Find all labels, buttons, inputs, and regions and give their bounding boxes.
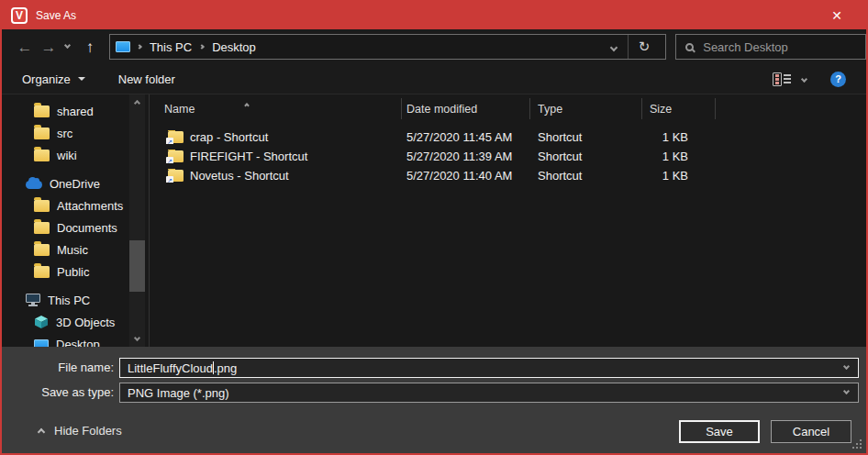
scroll-down-button[interactable]: [129, 331, 145, 345]
sidebar-item-src[interactable]: src: [2, 122, 149, 144]
details-view-icon: [773, 72, 782, 86]
sidebar-item-documents[interactable]: Documents: [2, 216, 149, 239]
arrow-left-icon: ←: [17, 39, 32, 56]
address-dropdown-button[interactable]: [600, 39, 628, 53]
sidebar-item-3d-objects[interactable]: 3D Objects: [2, 311, 149, 333]
file-name: Novetus - Shortcut: [190, 169, 289, 183]
sidebar-item-label: Documents: [57, 221, 117, 235]
sidebar-item-desktop[interactable]: Desktop: [2, 333, 149, 347]
search-icon: [685, 43, 694, 51]
help-icon: ?: [835, 73, 841, 84]
folder-icon: [34, 222, 50, 234]
save-button[interactable]: Save: [679, 420, 760, 443]
file-name-extension: .png: [214, 361, 237, 375]
sidebar-scrollbar[interactable]: [129, 94, 145, 347]
dialog-body: shared src wiki OneDrive Attachments D: [2, 94, 866, 347]
file-type: Shortcut: [530, 169, 642, 183]
navigation-bar: ← → ↑ This PC Desktop ↻: [2, 29, 866, 64]
folder-icon: [34, 105, 50, 117]
forward-button[interactable]: →: [37, 39, 61, 55]
sidebar-item-label: OneDrive: [50, 177, 100, 191]
chevron-down-icon: [843, 388, 850, 394]
shortcut-arrow-icon: [166, 176, 173, 183]
shortcut-arrow-icon: [166, 138, 173, 144]
chevron-down-icon: [134, 335, 140, 341]
sidebar-item-label: Public: [57, 265, 89, 279]
chevron-up-icon: [134, 100, 140, 106]
folder-shortcut-icon: [168, 150, 184, 162]
file-type: Shortcut: [530, 150, 642, 163]
up-button[interactable]: ↑: [77, 39, 103, 55]
sidebar-item-label: Music: [57, 243, 88, 257]
address-bar[interactable]: This PC Desktop ↻: [109, 34, 666, 60]
table-row[interactable]: crap - Shortcut 5/27/2020 11:45 AM Short…: [150, 128, 866, 147]
chevron-down-icon: [609, 43, 617, 50]
table-row[interactable]: FIREFIGHT - Shortcut 5/27/2020 11:39 AM …: [150, 147, 866, 166]
scrollbar-thumb[interactable]: [129, 240, 145, 292]
computer-icon: [26, 294, 40, 303]
shortcut-arrow-icon: [166, 157, 173, 163]
file-rows: crap - Shortcut 5/27/2020 11:45 AM Short…: [150, 124, 866, 185]
sidebar-item-wiki[interactable]: wiki: [2, 144, 149, 166]
window-title: Save As: [36, 9, 76, 22]
breadcrumb-desktop[interactable]: Desktop: [212, 40, 256, 54]
sidebar-item-label: Desktop: [56, 338, 100, 348]
column-header-size[interactable]: Size: [642, 94, 716, 124]
organize-button[interactable]: Organize: [22, 72, 85, 86]
file-list: Name Date modified Type Size crap - Shor…: [149, 94, 866, 347]
vivaldi-logo-icon: V: [11, 7, 28, 24]
sidebar-item-public[interactable]: Public: [2, 261, 149, 283]
breadcrumb-this-pc[interactable]: This PC: [150, 40, 192, 54]
chevron-right-icon: [137, 44, 142, 50]
table-row[interactable]: Novetus - Shortcut 5/27/2020 11:40 AM Sh…: [150, 166, 866, 185]
sidebar-item-music[interactable]: Music: [2, 239, 149, 261]
file-date-modified: 5/27/2020 11:39 AM: [402, 150, 530, 163]
chevron-down-icon: [801, 75, 807, 82]
save-as-type-select[interactable]: PNG Image (*.png): [119, 383, 859, 403]
sidebar-item-label: src: [57, 127, 72, 140]
arrow-right-icon: →: [40, 39, 56, 56]
file-name-input[interactable]: LittleFluffyCloud.png: [119, 358, 859, 378]
sidebar-item-attachments[interactable]: Attachments: [2, 194, 149, 216]
chevron-up-icon: [38, 428, 45, 436]
column-header-date-modified[interactable]: Date modified: [402, 94, 530, 124]
arrow-up-icon: ↑: [86, 39, 95, 56]
file-name-value: LittleFluffyCloud: [128, 361, 213, 375]
recent-locations-button[interactable]: [61, 43, 75, 48]
refresh-icon: ↻: [639, 39, 651, 54]
column-header-type[interactable]: Type: [530, 94, 642, 124]
column-headers: Name Date modified Type Size: [150, 94, 866, 124]
chevron-down-icon: [64, 42, 71, 49]
hide-folders-label: Hide Folders: [54, 424, 122, 438]
close-button[interactable]: ✕: [817, 2, 857, 29]
resize-grip[interactable]: [860, 447, 862, 449]
chevron-right-icon: [199, 44, 205, 50]
file-name-label: File name:: [2, 358, 114, 378]
save-as-dialog: V Save As ✕ ← → ↑ This PC Desktop: [0, 0, 868, 455]
file-date-modified: 5/27/2020 11:40 AM: [402, 169, 530, 183]
folder-icon: [34, 128, 50, 139]
sidebar-item-label: This PC: [48, 294, 90, 307]
back-button[interactable]: ←: [13, 39, 37, 55]
cancel-button[interactable]: Cancel: [771, 420, 851, 443]
hide-folders-button[interactable]: Hide Folders: [39, 424, 122, 438]
desktop-icon: [34, 339, 49, 348]
column-header-name[interactable]: Name: [150, 94, 402, 124]
folder-icon: [34, 244, 50, 256]
onedrive-cloud-icon: [26, 181, 42, 189]
sidebar-item-this-pc[interactable]: This PC: [2, 289, 149, 311]
file-type: Shortcut: [530, 130, 642, 144]
sidebar-item-label: wiki: [57, 149, 77, 162]
cube-icon: [34, 315, 49, 329]
help-button[interactable]: ?: [830, 72, 846, 87]
search-box[interactable]: [675, 34, 866, 60]
scroll-up-button[interactable]: [129, 96, 145, 110]
sidebar-item-shared[interactable]: shared: [2, 100, 149, 122]
new-folder-button[interactable]: New folder: [118, 72, 175, 86]
refresh-button[interactable]: ↻: [629, 39, 661, 55]
search-input[interactable]: [703, 40, 840, 54]
sidebar-item-onedrive[interactable]: OneDrive: [2, 172, 149, 194]
view-mode-button[interactable]: [773, 72, 807, 86]
sidebar-item-label: Attachments: [57, 199, 123, 213]
save-as-type-value: PNG Image (*.png): [128, 386, 229, 400]
